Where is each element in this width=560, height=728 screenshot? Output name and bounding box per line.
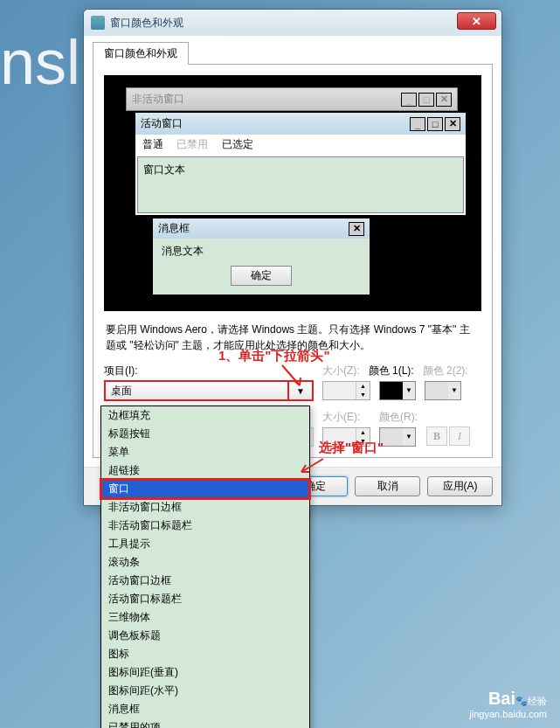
color2-label: 颜色 2(2): [423,364,468,378]
fontcolor-picker: ▼ [379,427,416,447]
preview-textarea: 窗口文本 [137,156,464,213]
dropdown-option[interactable]: 非活动窗口标题栏 [101,517,309,535]
dropdown-option[interactable]: 窗口 [101,480,309,498]
close-button[interactable]: ✕ [457,12,496,30]
dropdown-option[interactable]: 活动窗口标题栏 [101,590,309,608]
close-icon: ✕ [472,15,481,28]
minimize-icon: _ [410,117,425,131]
annotation-arrow-2 [297,454,332,481]
size-spinner: ▲▼ [322,381,370,400]
color1-picker[interactable]: ▼ [379,381,416,400]
minimize-icon: _ [401,93,417,107]
preview-active-window: 活动窗口 _ □ ✕ 普通 已禁用 已选定 窗口文本 [135,112,467,216]
dropdown-option[interactable]: 三维物体 [101,608,309,627]
italic-button: I [449,426,470,446]
titlebar[interactable]: 窗口颜色和外观 ✕ [84,10,501,36]
dropdown-option[interactable]: 已禁用的项 [101,718,309,728]
fontcolor-label: 颜色(R): [379,410,418,425]
dropdown-option[interactable]: 超链接 [101,461,309,480]
menu-selected: 已选定 [222,138,253,150]
dropdown-option[interactable]: 活动窗口边框 [101,572,309,590]
tab-panel: 非活动窗口 _ □ ✕ 活动窗口 _ □ ✕ [93,64,493,458]
preview-inactive-window: 非活动窗口 _ □ ✕ [126,87,458,111]
dropdown-option[interactable]: 菜单 [101,443,309,461]
app-icon [91,16,105,30]
color2-picker: ▼ [425,381,461,400]
msgbox-ok-button: 确定 [231,266,292,286]
dropdown-option[interactable]: 滚动条 [101,553,309,572]
item-dropdown-list[interactable]: 边框填充标题按钮菜单超链接窗口非活动窗口边框非活动窗口标题栏工具提示滚动条活动窗… [100,406,310,728]
close-icon: ✕ [436,93,452,107]
dropdown-option[interactable]: 图标 [101,645,309,663]
dropdown-option[interactable]: 调色板标题 [101,627,309,645]
apply-button[interactable]: 应用(A) [427,476,493,496]
tab-appearance[interactable]: 窗口颜色和外观 [93,42,189,65]
bold-button: B [426,426,447,446]
annotation-step2: 选择"窗口" [319,440,384,456]
preview-messagebox: 消息框 ✕ 消息文本 确定 [152,218,370,295]
dropdown-option[interactable]: 标题按钮 [101,425,309,443]
annotation-step1: 1、单击"下拉箭头" [218,348,330,364]
menu-disabled: 已禁用 [176,138,208,150]
dropdown-option[interactable]: 边框填充 [101,406,309,425]
active-title-text: 活动窗口 [141,116,183,131]
annotation-arrow-1 [278,361,313,396]
color1-label: 颜色 1(L): [369,364,414,378]
maximize-icon: □ [418,93,434,107]
close-icon: ✕ [445,117,460,131]
dropdown-option[interactable]: 图标间距(水平) [101,682,309,700]
inactive-title-text: 非活动窗口 [132,92,184,107]
cancel-button[interactable]: 取消 [355,476,420,496]
dropdown-option[interactable]: 非活动窗口边框 [101,498,309,517]
msgbox-title: 消息框 [158,221,190,236]
chevron-down-icon: ▼ [403,382,415,399]
chevron-down-icon: ▼ [448,382,460,399]
close-icon: ✕ [349,222,364,236]
size-label: 大小(Z): [322,364,360,378]
dropdown-option[interactable]: 消息框 [101,700,309,718]
window-title: 窗口颜色和外观 [110,16,183,31]
item-dropdown-value: 桌面 [111,384,132,399]
watermark: Bai🐾经验 jingyan.baidu.com [469,689,547,719]
dropdown-option[interactable]: 图标间距(垂直) [101,663,309,682]
tab-strip: 窗口颜色和外观 [84,36,501,64]
menu-normal: 普通 [142,138,163,150]
msgbox-text: 消息文本 [162,244,361,259]
preview-menubar: 普通 已禁用 已选定 [135,135,466,155]
maximize-icon: □ [427,117,443,131]
dropdown-option[interactable]: 工具提示 [101,535,309,553]
preview-area: 非活动窗口 _ □ ✕ 活动窗口 _ □ ✕ [104,75,481,311]
fontsize-label: 大小(E): [322,410,370,425]
